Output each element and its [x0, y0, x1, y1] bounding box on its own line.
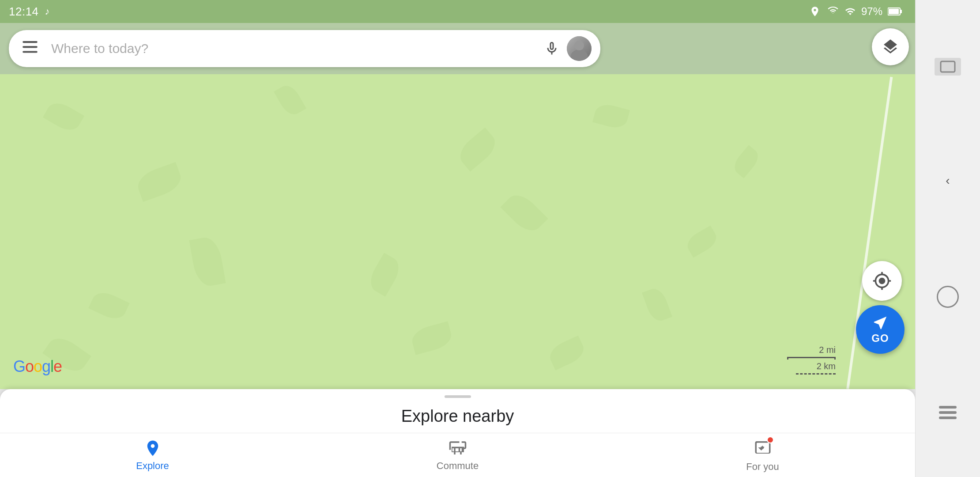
commute-tab-label: Commute — [437, 460, 479, 472]
layers-icon — [882, 38, 899, 56]
svg-rect-6 — [941, 61, 955, 72]
phone-area: 12:14 ♪ 97% — [0, 0, 915, 477]
svg-rect-1 — [900, 10, 902, 13]
recents-line-3 — [939, 416, 957, 419]
search-bar[interactable]: Where to today? — [9, 30, 600, 67]
scale-label-km: 2 km — [817, 361, 836, 371]
status-bar: 12:14 ♪ 97% — [0, 0, 915, 23]
explore-tab-label: Explore — [136, 460, 169, 472]
signal-icon — [844, 6, 856, 17]
go-label: GO — [871, 332, 889, 344]
tab-commute[interactable]: Commute — [305, 433, 610, 477]
home-button[interactable] — [937, 286, 959, 308]
recents-button[interactable] — [939, 406, 957, 419]
recents-line-2 — [939, 411, 957, 414]
notification-dot — [767, 436, 774, 443]
scale-line-km — [796, 373, 836, 376]
svg-rect-4 — [23, 46, 38, 48]
status-right: 97% — [809, 5, 902, 18]
google-logo: Google — [13, 357, 62, 376]
recent-apps-icon — [940, 61, 956, 73]
battery-text: 97% — [861, 5, 882, 18]
my-location-button[interactable] — [862, 261, 902, 301]
map-texture — [0, 74, 915, 389]
back-button[interactable]: ‹ — [946, 174, 950, 188]
for-you-tab-label: For you — [746, 461, 779, 473]
scale-label-mi: 2 mi — [819, 345, 836, 355]
recents-line-1 — [939, 406, 957, 409]
scale-line-mi — [787, 357, 836, 360]
hamburger-menu-icon[interactable] — [18, 36, 42, 61]
location-status-icon — [809, 6, 821, 17]
battery-icon — [888, 7, 902, 16]
go-button[interactable]: GO — [856, 305, 905, 354]
tab-for-you[interactable]: For you — [610, 433, 915, 477]
commute-tab-icon — [449, 439, 467, 458]
navigation-arrow-icon — [872, 314, 889, 331]
scale-bar: 2 mi 2 km — [787, 345, 836, 376]
svg-rect-2 — [889, 9, 899, 14]
user-avatar[interactable] — [567, 36, 592, 61]
search-placeholder-text: Where to today? — [51, 41, 544, 56]
explore-tab-icon — [143, 439, 162, 458]
map-area[interactable]: Google 2 mi 2 km GO — [0, 74, 915, 389]
for-you-icon-wrapper — [754, 438, 772, 458]
tab-explore[interactable]: Explore — [0, 433, 305, 477]
layer-toggle-button[interactable] — [872, 28, 909, 65]
search-container: Where to today? — [0, 23, 915, 74]
wifi-icon — [826, 6, 839, 17]
target-icon — [872, 271, 892, 291]
status-left: 12:14 ♪ — [9, 5, 50, 19]
drag-handle[interactable] — [445, 395, 471, 398]
bottom-panel: Explore nearby Explore Commute — [0, 389, 915, 477]
microphone-icon[interactable] — [544, 38, 560, 60]
recent-apps-widget — [935, 58, 961, 76]
android-navigation-sidebar: ‹ — [915, 0, 980, 477]
status-time: 12:14 — [9, 5, 39, 19]
svg-rect-5 — [23, 51, 38, 53]
bottom-nav: Explore Commute For you — [0, 433, 915, 477]
music-icon: ♪ — [45, 6, 50, 17]
svg-rect-3 — [23, 41, 38, 43]
explore-nearby-title: Explore nearby — [0, 402, 915, 433]
